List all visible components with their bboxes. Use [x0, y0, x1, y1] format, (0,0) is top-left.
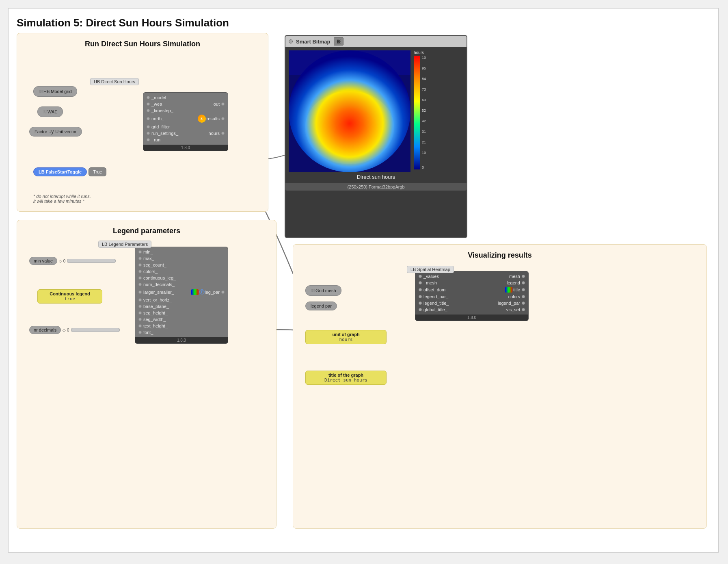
svg-text:84: 84 — [422, 77, 426, 81]
toggle-node[interactable]: LB FalseStartToggle True — [33, 167, 106, 176]
gridfilt-label: grid_filter_ — [151, 124, 172, 129]
min-slider-track[interactable] — [67, 259, 116, 263]
bitmap-body: hours — [285, 47, 467, 183]
heatmap-node-body: _values mesh _mesh legend offset_dom_ — [415, 271, 528, 315]
title-out-label: title — [513, 287, 520, 292]
legendpar-row: legend_par_ colors — [415, 293, 528, 300]
factor-node[interactable]: Factor ↕y Unit vector — [29, 127, 82, 137]
wea-port-left — [147, 102, 150, 106]
nr-decimals-slider[interactable]: nr decimals ◇ 0 — [29, 326, 120, 334]
numdec-row: num_decimals_ — [135, 281, 228, 288]
results-label: results — [207, 116, 220, 121]
colors-port — [138, 270, 142, 273]
svg-text:31: 31 — [422, 130, 426, 134]
legend-node-body: min_ max_ seg_count_ colors_ continuous_… — [135, 247, 228, 337]
title-of-graph-value: Direct sun hours — [309, 377, 383, 383]
continuous-legend-node[interactable]: Continuous legend true — [37, 289, 102, 304]
largsmall-row: larger_smaller_ Ⓟ leg_par — [135, 288, 228, 297]
baseplane-row: base_plane_ — [135, 303, 228, 310]
main-node-body: _model _wea out _timestep_ north_ — [143, 93, 228, 145]
runsettings-row: run_settings_ hours — [143, 130, 228, 137]
svg-text:21: 21 — [422, 140, 426, 144]
font-label: font_ — [143, 330, 153, 335]
results-port-right — [221, 117, 225, 120]
heatmap-node-footer: 1.8.0 — [415, 315, 528, 321]
page-container: Simulation 5: Direct Sun Hours Simulatio… — [8, 8, 719, 553]
hb-model-grid-node[interactable]: ≋ HB Model grid — [33, 86, 77, 97]
colors-out-port — [522, 295, 525, 298]
wea-label: _wea — [151, 102, 162, 106]
svg-text:42: 42 — [422, 119, 426, 123]
legendtitle-label: legend_title_ — [423, 301, 449, 306]
verthoriz-port — [138, 298, 142, 302]
largsmall-port — [138, 291, 142, 294]
max-row: max_ — [135, 255, 228, 262]
segw-port — [138, 318, 142, 321]
updown-icon: ↕y — [49, 129, 54, 134]
legend-out-label: legend — [507, 280, 520, 285]
values-row: _values mesh — [415, 273, 528, 280]
contleg-label: continuous_leg_ — [143, 275, 176, 280]
texth-label: text_height_ — [143, 323, 168, 328]
note-line1: * do not interupt while it runs, — [33, 194, 91, 199]
wae-node[interactable]: ≋ WAE — [37, 106, 63, 117]
decimals-slider-track[interactable] — [71, 328, 120, 332]
contleg-port — [138, 276, 142, 280]
gridfilt-port-left — [147, 125, 150, 128]
title-of-graph-node[interactable]: title of the graph Direct sun hours — [305, 371, 387, 385]
timestep-label: _timestep_ — [151, 108, 173, 113]
legendpar-out-port — [522, 302, 525, 305]
legend-colors-icon2 — [505, 287, 512, 293]
svg-point-5 — [289, 50, 410, 172]
svg-rect-7 — [414, 56, 420, 169]
smart-bitmap-panel: Smart Bitmap 🖼 — [285, 35, 467, 238]
legend-par-node[interactable]: legend par — [305, 302, 337, 310]
title-out-port — [522, 288, 525, 291]
offsetdom-label: offset_dom_ — [423, 287, 448, 292]
continuous-legend-value: true — [41, 296, 99, 302]
legendpar-port-left — [419, 295, 422, 298]
wavy-icon2: ≋ — [43, 108, 48, 115]
unit-of-graph-node[interactable]: unit of graph hours — [305, 330, 387, 344]
hb-direct-sun-label: HB Direct Sun Hours — [90, 78, 139, 85]
legend-node-footer: 1.8.0 — [135, 337, 228, 343]
max-port — [138, 257, 142, 260]
mesh-out-label: mesh — [509, 274, 520, 279]
note-line2: it will take a few minutes * — [33, 199, 91, 204]
verthoriz-row: vert_or_horiz_ — [135, 297, 228, 303]
svg-text:52: 52 — [422, 108, 426, 113]
segh-port — [138, 311, 142, 315]
mesh-out-port — [522, 275, 525, 278]
top-left-panel-title: Run Direct Sun Hours Simulation — [24, 40, 261, 48]
toggle-label[interactable]: LB FalseStartToggle — [33, 167, 87, 176]
grid-mesh-node[interactable]: ≋ Grid mesh — [305, 285, 341, 296]
colors-row: colors_ — [135, 268, 228, 275]
contleg-row: continuous_leg_ — [135, 275, 228, 281]
hb-model-grid-label: HB Model grid — [43, 89, 72, 94]
factor-label: Factor — [35, 129, 47, 134]
texth-port — [138, 324, 142, 328]
runsettings-label: run_settings_ — [151, 131, 178, 136]
min-value-slider[interactable]: min value ◇ 0 — [29, 257, 116, 265]
min-param-label: min_ — [143, 249, 153, 254]
bottom-left-panel-title: Legend parameters — [24, 227, 270, 235]
north-port-left — [147, 117, 150, 120]
bitmap-port — [289, 39, 293, 43]
toggle-value[interactable]: True — [89, 167, 106, 176]
min-diamond: ◇ 0 — [59, 259, 65, 263]
hours-label: hours — [208, 131, 220, 136]
max-param-label: max_ — [143, 256, 154, 261]
legpar-label: leg_par — [205, 290, 220, 295]
baseplane-label: base_plane_ — [143, 304, 169, 309]
values-label: _values — [423, 274, 439, 279]
note-text: * do not interupt while it runs, it will… — [33, 194, 91, 204]
bottom-right-panel: Visualizing results LB Spatial Heatmap ≋… — [293, 244, 707, 529]
wae-label: WAE — [48, 109, 58, 114]
sun-icon: ☀ — [198, 115, 206, 123]
colors-label: colors_ — [143, 269, 158, 274]
page-title: Simulation 5: Direct Sun Hours Simulatio… — [17, 17, 710, 29]
top-left-panel: Run Direct Sun Hours Simulation HB Direc… — [17, 33, 268, 212]
gridfilt-row: grid_filter_ — [143, 124, 228, 130]
svg-text:95: 95 — [422, 66, 426, 70]
run-label: _run — [151, 137, 160, 142]
